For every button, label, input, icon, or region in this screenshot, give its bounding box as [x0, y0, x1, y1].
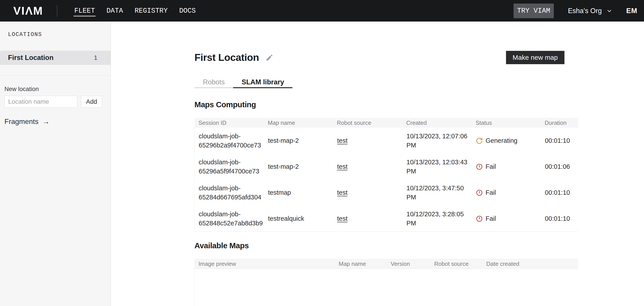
robot-source-cell: test	[333, 188, 402, 197]
maps-computing-table-header: Session ID Map name Robot source Created…	[194, 118, 578, 128]
locations-heading: LOCATIONS	[8, 31, 111, 38]
col-map-name: Map name	[264, 119, 333, 126]
robot-source-cell: test	[333, 214, 402, 223]
col-robot-source: Robot source	[333, 119, 402, 126]
maps-computing-table: Session ID Map name Robot source Created…	[194, 118, 578, 232]
try-viam-button[interactable]: TRY VIAM	[514, 3, 554, 18]
col-status: Status	[472, 119, 541, 126]
maps-computing-table-body: cloudslam-job-65296b2a9f4700ce73 test-ma…	[194, 128, 578, 232]
edit-location-name-button[interactable]	[265, 53, 274, 62]
robot-source-link[interactable]: test	[337, 189, 348, 196]
created-cell: 10/12/2023, 3:47:50 PM	[402, 184, 472, 202]
fail-alert-icon	[476, 189, 483, 196]
navbar-divider	[57, 5, 57, 17]
status-cell: Generating	[472, 136, 541, 145]
available-maps-table-body	[194, 269, 578, 306]
created-cell: 10/13/2023, 12:03:43 PM	[402, 158, 472, 176]
viam-logo[interactable]: VIΛM	[13, 5, 43, 16]
location-name: First Location	[8, 54, 54, 62]
robot-source-link[interactable]: test	[337, 215, 348, 222]
duration-cell: 00:01:10	[541, 136, 578, 145]
chevron-down-icon	[606, 8, 612, 14]
duration-cell: 00:01:10	[541, 214, 578, 223]
nav-item-docs[interactable]: DOCS	[179, 0, 196, 21]
new-location-form: Add	[4, 96, 111, 108]
status-label: Fail	[486, 188, 496, 197]
table-row: cloudslam-job-65296a5f9f4700ce73 test-ma…	[195, 154, 578, 180]
title-row: First Location Make new map	[194, 51, 578, 64]
fail-alert-icon	[476, 163, 483, 170]
created-cell: 10/12/2023, 3:28:05 PM	[402, 210, 472, 228]
col-created: Created	[402, 119, 472, 126]
duration-cell: 00:01:10	[541, 188, 578, 197]
nav-item-registry[interactable]: REGISTRY	[135, 0, 168, 21]
add-location-button[interactable]: Add	[81, 96, 102, 108]
org-name: Esha's Org	[568, 7, 602, 15]
session-id-cell: cloudslam-job-652848c52e7ab8d3b9	[195, 210, 264, 228]
col-version: Version	[387, 261, 430, 267]
status-label: Fail	[486, 162, 496, 171]
main-content: First Location Make new map Robots SLAM …	[194, 21, 578, 306]
status-label: Generating	[486, 136, 518, 145]
session-id-cell: cloudslam-job-65296a5f9f4700ce73	[195, 158, 264, 176]
col-robot-source: Robot source	[430, 261, 482, 267]
nav-item-fleet[interactable]: FLEET	[74, 0, 95, 21]
robot-source-link[interactable]: test	[337, 163, 348, 170]
top-navbar: VIΛM FLEET DATA REGISTRY DOCS TRY VIAM E…	[0, 0, 644, 21]
page-title: First Location	[194, 52, 259, 63]
table-row: cloudslam-job-65296b2a9f4700ce73 test-ma…	[195, 128, 578, 154]
available-maps-table: Image preview Map name Version Robot sou…	[194, 259, 578, 306]
fragments-label: Fragments	[4, 117, 38, 126]
status-cell: Fail	[472, 162, 541, 171]
sidebar-divider	[0, 75, 111, 76]
nav-item-data[interactable]: DATA	[106, 0, 123, 21]
available-maps-heading: Available Maps	[194, 241, 578, 250]
tab-robots[interactable]: Robots	[194, 77, 233, 88]
map-name-cell: test-map-2	[264, 162, 333, 171]
col-duration: Duration	[541, 119, 578, 126]
tab-slam-library[interactable]: SLAM library	[233, 77, 292, 88]
maps-computing-heading: Maps Computing	[194, 100, 578, 109]
status-cell: Fail	[472, 214, 541, 223]
duration-cell: 00:01:06	[541, 162, 578, 171]
location-robot-count: 1	[94, 54, 97, 61]
pencil-icon	[265, 59, 274, 62]
arrow-right-icon: →	[42, 117, 50, 126]
locations-sidebar: LOCATIONS First Location 1 New location …	[0, 21, 111, 306]
user-avatar[interactable]: EM	[626, 7, 637, 15]
generating-refresh-icon	[476, 137, 483, 144]
map-name-cell: testrealquick	[264, 214, 333, 223]
table-row: cloudslam-job-65284d667695afd304 testmap…	[195, 180, 578, 206]
created-cell: 10/13/2023, 12:07:06 PM	[402, 132, 472, 150]
available-maps-table-header: Image preview Map name Version Robot sou…	[194, 259, 578, 269]
col-date-created: Date created	[482, 261, 578, 267]
table-row: cloudslam-job-652848c52e7ab8d3b9 testrea…	[195, 206, 578, 232]
new-location-label: New location	[4, 86, 111, 93]
location-tabs: Robots SLAM library	[194, 77, 292, 88]
sidebar-item-first-location[interactable]: First Location 1	[0, 51, 111, 65]
primary-nav: FLEET DATA REGISTRY DOCS	[74, 0, 196, 21]
fail-alert-icon	[476, 215, 483, 222]
location-name-input[interactable]	[4, 96, 77, 108]
robot-source-link[interactable]: test	[337, 137, 348, 144]
col-map-name: Map name	[335, 261, 387, 267]
session-id-cell: cloudslam-job-65284d667695afd304	[195, 184, 264, 202]
map-name-cell: test-map-2	[264, 136, 333, 145]
col-session-id: Session ID	[194, 119, 264, 126]
make-new-map-button[interactable]: Make new map	[506, 51, 564, 64]
fragments-link[interactable]: Fragments →	[4, 117, 50, 126]
robot-source-cell: test	[333, 136, 402, 145]
org-switcher[interactable]: Esha's Org	[568, 7, 612, 15]
col-image-preview: Image preview	[194, 261, 335, 267]
status-label: Fail	[486, 214, 496, 223]
robot-source-cell: test	[333, 162, 402, 171]
session-id-cell: cloudslam-job-65296b2a9f4700ce73	[195, 132, 264, 150]
status-cell: Fail	[472, 188, 541, 197]
map-name-cell: testmap	[264, 188, 333, 197]
